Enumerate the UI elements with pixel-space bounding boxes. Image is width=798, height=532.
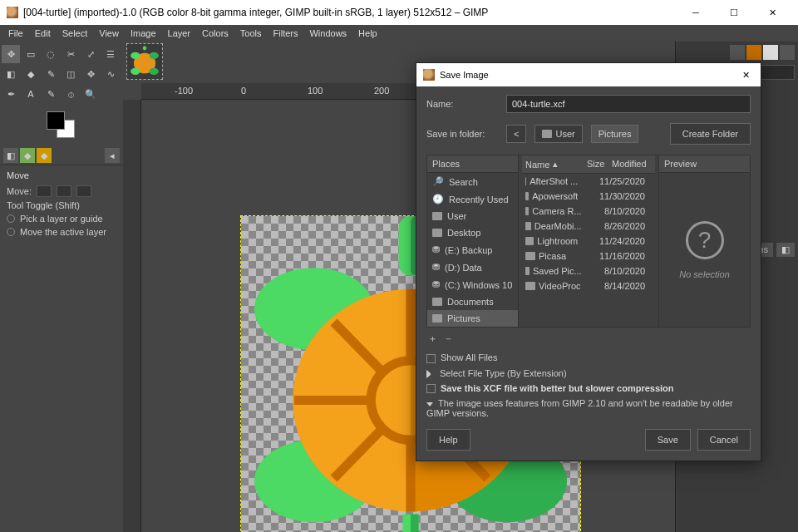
tool-tab-1[interactable]: ◧ bbox=[3, 148, 18, 163]
cancel-button[interactable]: Cancel bbox=[697, 429, 751, 451]
menu-image[interactable]: Image bbox=[126, 27, 161, 40]
tool-options-header: Move bbox=[7, 170, 116, 180]
show-all-checkbox[interactable] bbox=[426, 354, 436, 363]
place-recent[interactable]: 🕘Recently Used bbox=[427, 190, 518, 208]
show-all-label: Show All Files bbox=[441, 352, 497, 362]
radio-move-active[interactable] bbox=[7, 228, 15, 236]
dialog-titlebar[interactable]: Save Image ✕ bbox=[416, 63, 761, 86]
fg-bg-color[interactable] bbox=[45, 111, 78, 141]
tool-tab-menu[interactable]: ◂ bbox=[105, 148, 120, 163]
folder-icon bbox=[432, 212, 442, 220]
save-button[interactable]: Save bbox=[645, 429, 691, 451]
minimize-button[interactable]: ─ bbox=[677, 0, 715, 25]
place-search[interactable]: 🔎Search bbox=[427, 173, 518, 190]
compression-checkbox[interactable] bbox=[426, 384, 436, 393]
fg-color-swatch[interactable] bbox=[47, 111, 65, 130]
path-pictures-button[interactable]: Pictures bbox=[591, 125, 639, 143]
paths-tab-extra[interactable]: ◧ bbox=[776, 243, 795, 257]
menu-select[interactable]: Select bbox=[57, 27, 93, 40]
move-mode-layer-icon[interactable] bbox=[37, 185, 52, 197]
move-mode-sel-icon[interactable] bbox=[57, 185, 71, 197]
move-tool[interactable]: ✥ bbox=[2, 45, 20, 63]
path-user-button[interactable]: User bbox=[534, 125, 582, 143]
menu-tools[interactable]: Tools bbox=[235, 27, 267, 40]
brush-tool[interactable]: ✎ bbox=[42, 65, 60, 83]
tool-tab-2[interactable]: ◆ bbox=[20, 148, 35, 163]
smudge-tool[interactable]: ∿ bbox=[101, 65, 120, 83]
dock-tab-1[interactable] bbox=[730, 45, 745, 60]
eraser-tool[interactable]: ◫ bbox=[62, 65, 80, 83]
place-user[interactable]: User bbox=[427, 208, 518, 224]
add-bookmark-button[interactable]: ＋ bbox=[428, 332, 437, 345]
menu-filters[interactable]: Filters bbox=[268, 27, 303, 40]
bucket-tool[interactable]: ◧ bbox=[2, 65, 20, 83]
folder-label: Save in folder: bbox=[426, 129, 498, 139]
opt-move-active: Move the active layer bbox=[20, 227, 106, 237]
transform-tool[interactable]: ⤢ bbox=[81, 45, 100, 63]
zoom-tool[interactable]: 🔍 bbox=[81, 85, 100, 103]
place-docs[interactable]: Documents bbox=[427, 293, 518, 310]
col-size[interactable]: Size bbox=[584, 155, 608, 173]
path-tool[interactable]: ✒ bbox=[2, 85, 20, 103]
place-desktop[interactable]: Desktop bbox=[427, 224, 518, 241]
save-dialog: Save Image ✕ Name: Save in folder: < Use… bbox=[416, 62, 761, 461]
measure-tool[interactable]: ⦶ bbox=[62, 85, 80, 103]
maximize-button[interactable]: ☐ bbox=[715, 0, 753, 25]
place-pictures[interactable]: Pictures bbox=[427, 310, 518, 327]
file-row[interactable]: Saved Pic...8/10/2020 bbox=[522, 264, 655, 278]
remove-bookmark-button[interactable]: － bbox=[444, 332, 453, 345]
place-e[interactable]: ⛃(E:) Backup bbox=[427, 241, 518, 259]
menu-view[interactable]: View bbox=[94, 27, 124, 40]
file-row[interactable]: VideoWeb...10/16/2020 bbox=[522, 293, 655, 297]
image-thumbnail[interactable] bbox=[126, 43, 163, 80]
clone-tool[interactable]: ✥ bbox=[81, 65, 100, 83]
menu-windows[interactable]: Windows bbox=[304, 27, 352, 40]
svg-point-5 bbox=[149, 68, 158, 75]
path-back-button[interactable]: < bbox=[506, 125, 526, 143]
expand-version-icon[interactable] bbox=[426, 402, 433, 406]
file-row[interactable]: VideoProc8/14/2020 bbox=[522, 278, 655, 293]
create-folder-button[interactable]: Create Folder bbox=[670, 123, 751, 145]
picker-tool[interactable]: ✎ bbox=[42, 85, 60, 103]
dock-tab-3[interactable] bbox=[763, 45, 778, 60]
filename-input[interactable] bbox=[506, 95, 751, 113]
dialog-close-button[interactable]: ✕ bbox=[737, 70, 754, 81]
menu-colors[interactable]: Colors bbox=[197, 27, 234, 40]
ruler-vertical bbox=[123, 100, 141, 532]
col-name[interactable]: Name▴ bbox=[522, 155, 584, 173]
expand-type-icon[interactable] bbox=[426, 370, 435, 378]
menu-help[interactable]: Help bbox=[353, 27, 382, 40]
gradient-tool[interactable]: ◆ bbox=[22, 65, 40, 83]
drive-icon: ⛃ bbox=[432, 262, 440, 273]
rect-select-tool[interactable]: ▭ bbox=[22, 45, 40, 63]
col-modified[interactable]: Modified bbox=[608, 155, 655, 173]
close-button[interactable]: ✕ bbox=[753, 0, 791, 25]
move-mode-path-icon[interactable] bbox=[76, 185, 91, 197]
free-select-tool[interactable]: ◌ bbox=[42, 45, 60, 63]
file-row[interactable]: Camera R...8/10/2020 bbox=[522, 204, 655, 219]
toolbox: ✥ ▭ ◌ ✂ ⤢ ☰ ◧ ◆ ✎ ◫ ✥ ∿ ✒ A ✎ ⦶ 🔍 bbox=[0, 42, 123, 106]
file-row[interactable]: AfterShot ...11/25/2020 bbox=[522, 174, 655, 189]
menu-file[interactable]: File bbox=[3, 27, 28, 40]
crop-tool[interactable]: ✂ bbox=[62, 45, 80, 63]
folder-icon bbox=[432, 298, 442, 306]
warp-tool[interactable]: ☰ bbox=[101, 45, 120, 63]
text-tool[interactable]: A bbox=[22, 85, 40, 103]
place-d[interactable]: ⛃(D:) Data bbox=[427, 259, 518, 276]
menu-layer[interactable]: Layer bbox=[163, 27, 196, 40]
select-type-label[interactable]: Select File Type (By Extension) bbox=[440, 368, 567, 378]
folder-icon bbox=[525, 207, 529, 215]
help-button[interactable]: Help bbox=[426, 429, 470, 451]
radio-pick[interactable] bbox=[7, 214, 15, 223]
file-row[interactable]: Picasa11/16/2020 bbox=[522, 249, 655, 264]
menu-edit[interactable]: Edit bbox=[30, 27, 56, 40]
folder-icon bbox=[525, 237, 534, 245]
dock-tab-2[interactable] bbox=[746, 45, 761, 60]
place-c[interactable]: ⛃(C:) Windows 10 bbox=[427, 276, 518, 293]
preview-header: Preview bbox=[659, 155, 750, 173]
tool-tab-3[interactable]: ◆ bbox=[37, 148, 52, 163]
file-row[interactable]: Lightroom11/24/2020 bbox=[522, 234, 655, 249]
file-row[interactable]: DearMobi...8/26/2020 bbox=[522, 219, 655, 234]
dock-tab-4[interactable] bbox=[780, 45, 795, 60]
file-row[interactable]: Apowersoft11/30/2020 bbox=[522, 189, 655, 204]
